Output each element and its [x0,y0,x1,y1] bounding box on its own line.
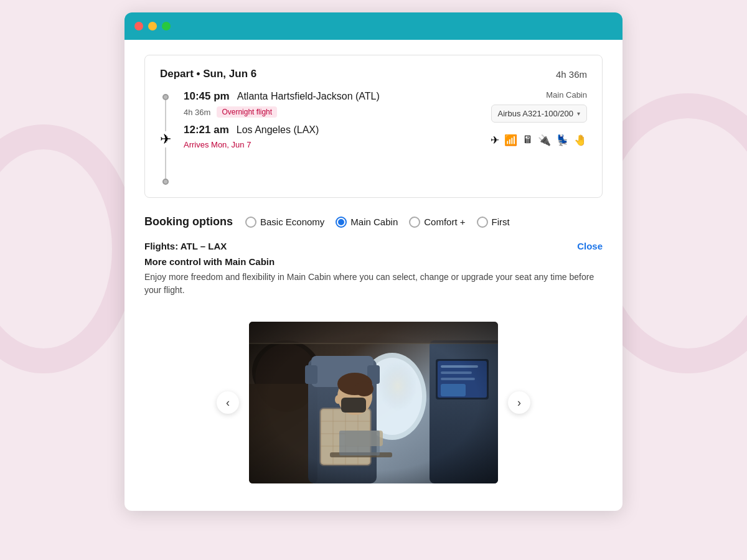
timeline-line [165,100,166,131]
departure-airport: Atlanta Hartsfield-Jackson (ATL) [237,91,380,102]
titlebar [125,12,622,40]
booking-options-section: Booking options Basic Economy Main Cabin [144,215,603,483]
radio-circle-basic-economy [245,217,256,228]
radio-circle-comfort-plus [409,217,420,228]
amenities-row: ✈ 📶 🖥 🔌 💺 🤚 [491,131,587,149]
aircraft-panel: Main Cabin Airbus A321-100/200 ▾ ✈ 📶 🖥 🔌… [491,90,587,149]
amenity-service-icon: 🤚 [574,134,587,147]
app-window: Depart • Sun, Jun 6 4h 36m ✈ 10:45 pm [125,12,622,511]
bg-decoration-left [0,124,137,373]
radio-basic-economy[interactable]: Basic Economy [245,217,324,228]
arrival-time: 12:21 am [184,124,229,136]
arrival-dot [162,179,169,185]
flight-body: ✈ 10:45 pm Atlanta Hartsfield-Jackson (A… [160,90,587,185]
flights-route: Flights: ATL – LAX [144,241,227,251]
radio-label-basic-economy: Basic Economy [260,217,324,227]
chevron-left-icon: ‹ [226,396,230,409]
info-subtitle: More control with Main Cabin [144,256,603,267]
radio-circle-main-cabin [336,217,347,228]
departure-time: 10:45 pm [184,90,230,103]
flight-card: Depart • Sun, Jun 6 4h 36m ✈ 10:45 pm [144,55,603,198]
image-carousel: ‹ [144,322,603,483]
amenity-wifi-icon: 📶 [504,134,517,147]
carousel-prev-button[interactable]: ‹ [217,391,239,414]
close-button[interactable]: Close [577,241,603,251]
cabin-svg [249,322,498,483]
aircraft-name: Airbus A321-100/200 [498,109,573,118]
mid-info-row: 4h 36m Overnight flight [184,106,478,118]
plane-icon: ✈ [160,133,171,146]
timeline-line-2 [165,147,166,179]
cabin-image [249,322,498,483]
departure-dot [162,94,169,100]
booking-options-row: Booking options Basic Economy Main Cabin [144,215,603,228]
amenity-plane-icon: ✈ [491,134,499,147]
departure-row: 10:45 pm Atlanta Hartsfield-Jackson (ATL… [184,90,478,103]
svg-rect-36 [249,322,498,483]
chevron-right-icon: › [517,396,521,409]
window-minimize-dot[interactable] [148,22,157,30]
radio-label-main-cabin: Main Cabin [350,217,398,227]
radio-main-cabin[interactable]: Main Cabin [336,217,398,228]
arrives-note: Arrives Mon, Jun 7 [184,140,478,149]
amenity-power-icon: 🔌 [538,134,551,147]
flight-header: Depart • Sun, Jun 6 4h 36m [160,68,587,80]
flight-duration: 4h 36m [184,108,210,117]
booking-options-title: Booking options [144,215,233,228]
amenity-seat-icon: 💺 [556,134,569,147]
radio-first[interactable]: First [477,217,510,228]
cabin-class-label: Main Cabin [546,90,587,100]
info-panel: Flights: ATL – LAX Close More control wi… [144,241,603,309]
window-close-dot[interactable] [134,22,143,30]
info-panel-header: Flights: ATL – LAX Close [144,241,603,251]
carousel-next-button[interactable]: › [508,391,530,414]
radio-circle-first [477,217,488,228]
radio-label-first: First [492,217,510,227]
radio-group: Basic Economy Main Cabin Comfort + [245,217,510,228]
total-duration: 4h 36m [556,69,587,80]
arrival-airport: Los Angeles (LAX) [237,124,319,136]
depart-label: Depart • Sun, Jun 6 [160,68,256,80]
overnight-badge: Overnight flight [217,106,277,118]
arrival-row: 12:21 am Los Angeles (LAX) Arrives Mon, … [184,124,478,149]
info-description: Enjoy more freedom and flexibility in Ma… [144,271,603,297]
window-maximize-dot[interactable] [162,22,171,30]
main-content: Depart • Sun, Jun 6 4h 36m ✈ 10:45 pm [125,40,622,511]
radio-comfort-plus[interactable]: Comfort + [409,217,465,228]
flight-info: 10:45 pm Atlanta Hartsfield-Jackson (ATL… [184,90,478,149]
chevron-down-icon: ▾ [577,110,580,117]
amenity-screen-icon: 🖥 [522,134,533,147]
radio-label-comfort-plus: Comfort + [424,217,465,227]
radio-inner-main-cabin [338,219,344,225]
aircraft-dropdown[interactable]: Airbus A321-100/200 ▾ [491,105,587,123]
